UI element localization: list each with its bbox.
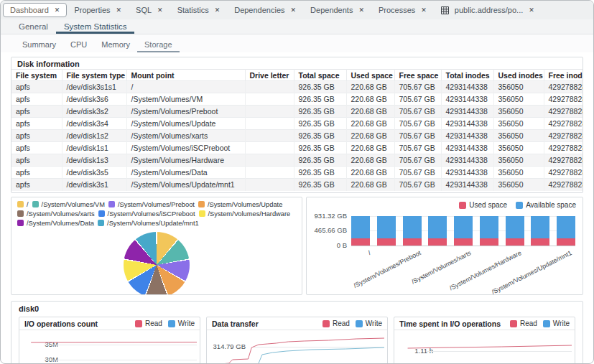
io-chart-title: I/O operations count: [24, 319, 98, 328]
cell-used-space: 220.68 GB: [346, 106, 394, 118]
bar-available-segment: [506, 216, 524, 238]
io-chart-header: Time spent in I/O operationsReadWrite: [394, 317, 575, 330]
tab-label: Processes: [379, 6, 415, 14]
tab-general[interactable]: General: [11, 19, 56, 34]
close-icon[interactable]: ✕: [55, 7, 60, 14]
bar-legend-label: Used space: [469, 201, 507, 209]
column-header-file-system: File system: [11, 70, 62, 81]
cell-file-system-type: /dev/disk3s5: [62, 167, 126, 179]
pie-legend-item: /System/Volumes/xarts: [17, 210, 95, 219]
column-header-used-inodes: Used inodes: [493, 70, 544, 81]
close-icon[interactable]: ✕: [358, 7, 364, 14]
cell-used-inodes: 356050: [493, 118, 544, 130]
tab-public-address-po[interactable]: public.address/po...✕: [434, 3, 542, 17]
cell-drive-letter: [245, 106, 294, 118]
bar-used-segment: [531, 238, 549, 246]
cell-total-inodes: 4293144338: [441, 106, 493, 118]
table-row: apfs/dev/disk3s6/System/Volumes/VM926.35…: [11, 93, 583, 106]
pie-legend-item: /: [17, 200, 29, 210]
cell-free-space: 705.67 GB: [394, 118, 441, 130]
cell-total-space: 926.35 GB: [294, 106, 346, 118]
cell-free-space: 705.67 GB: [394, 130, 441, 142]
cell-mount-point: /System/Volumes/xarts: [126, 130, 245, 142]
close-icon[interactable]: ✕: [291, 7, 297, 14]
tab-memory[interactable]: Memory: [94, 34, 137, 52]
cell-free-space: 705.67 GB: [394, 142, 441, 154]
bar-y-tick-label: 465.66 GB: [307, 226, 347, 234]
legend-swatch: [108, 201, 115, 207]
cell-mount-point: /: [126, 81, 245, 93]
legend-swatch: [32, 201, 39, 207]
cell-used-space: 220.68 GB: [346, 154, 394, 167]
bar-available-segment: [377, 216, 396, 238]
disk0-title: disk0: [11, 302, 583, 314]
cell-file-system: apfs: [11, 167, 62, 179]
close-icon[interactable]: ✕: [529, 7, 534, 14]
legend-swatch: [199, 210, 205, 217]
cell-file-system: apfs: [11, 93, 62, 106]
bar-x-label: /: [366, 249, 371, 256]
close-icon[interactable]: ✕: [215, 7, 221, 14]
tab-label: Dashboard: [10, 6, 49, 14]
cell-total-space: 926.35 GB: [294, 93, 346, 106]
tab-label: Properties: [74, 6, 110, 14]
cell-file-system-type: /dev/disk3s1s1: [62, 81, 126, 93]
disk-usage-pie-panel: //System/Volumes/VM/System/Volumes/Prebo…: [11, 197, 302, 295]
pie-legend-label: /System/Volumes/VM: [42, 201, 105, 208]
cell-free-inodes: 4292788288: [544, 154, 583, 167]
line-series-write: [243, 347, 384, 364]
tab-sql[interactable]: SQL✕: [129, 3, 170, 17]
cell-total-inodes: 4293144338: [441, 179, 493, 191]
column-header-drive-letter: Drive letter: [245, 70, 294, 81]
legend-swatch: [17, 220, 24, 226]
pie-legend-item: /System/Volumes/VM: [32, 200, 105, 210]
close-icon[interactable]: ✕: [157, 7, 163, 14]
cell-file-system-type: /dev/disk3s2: [62, 106, 126, 118]
io-legend-label: Read: [145, 319, 162, 327]
bar-available-segment: [557, 216, 575, 238]
table-row: apfs/dev/disk3s1s1/926.35 GB220.68 GB705…: [11, 81, 583, 93]
tab-storage[interactable]: Storage: [137, 34, 180, 52]
tab-dependents[interactable]: Dependents✕: [303, 3, 371, 17]
tab-cpu[interactable]: CPU: [63, 34, 94, 52]
table-row: apfs/dev/disk1s3/System/Volumes/Hardware…: [11, 154, 583, 167]
pie-legend-label: /System/Volumes/iSCPreboot: [108, 210, 195, 218]
io-chart-legend: ReadWrite: [322, 319, 382, 327]
io-legend-label: Write: [366, 319, 382, 327]
tab-system-statistics[interactable]: System Statistics: [56, 19, 135, 34]
pie-legend-label: /System/Volumes/Data: [27, 220, 94, 227]
cell-used-inodes: 356050: [493, 81, 544, 93]
bar-available-segment: [351, 216, 370, 238]
tab-properties[interactable]: Properties✕: [67, 3, 129, 17]
table-row: apfs/dev/disk1s2/System/Volumes/xarts926…: [11, 130, 583, 142]
line-series-read: [218, 338, 384, 364]
tab-processes[interactable]: Processes✕: [371, 3, 434, 17]
io-chart-panel-i-o-operations-count: I/O operations countReadWrite35M30M: [19, 317, 200, 364]
cell-used-space: 220.68 GB: [346, 118, 394, 130]
column-header-total-space: Total space: [294, 70, 346, 81]
close-icon[interactable]: ✕: [421, 7, 427, 14]
close-icon[interactable]: ✕: [116, 7, 122, 14]
bar-legend: Used spaceAvailable space: [459, 201, 576, 209]
pie-legend-label: /System/Volumes/xarts: [27, 210, 95, 218]
disk-information-table: File systemFile system typeMount pointDr…: [11, 69, 583, 191]
tab-dependencies[interactable]: Dependencies✕: [227, 3, 303, 17]
tab-statistics[interactable]: Statistics✕: [170, 3, 228, 17]
cell-total-inodes: 4293144338: [441, 130, 493, 142]
pie-legend-item: /System/Volumes/iSCPreboot: [98, 210, 195, 219]
cell-file-system: apfs: [11, 154, 62, 167]
io-chart-area: 1.11 h: [394, 330, 575, 364]
cell-file-system-type: /dev/disk1s3: [62, 154, 126, 167]
cell-file-system-type: /dev/disk3s1: [62, 179, 126, 191]
cell-drive-letter: [245, 179, 294, 191]
stacked-bar: [377, 216, 396, 246]
cell-used-space: 220.68 GB: [346, 93, 394, 106]
cell-used-inodes: 356050: [493, 167, 544, 179]
tab-dashboard[interactable]: Dashboard✕: [3, 3, 67, 17]
cell-drive-letter: [245, 81, 294, 93]
cell-free-space: 705.67 GB: [394, 106, 441, 118]
legend-swatch: [543, 320, 550, 327]
tab-summary[interactable]: Summary: [15, 34, 63, 52]
io-line-plot: [22, 330, 197, 364]
cell-total-space: 926.35 GB: [294, 167, 346, 179]
